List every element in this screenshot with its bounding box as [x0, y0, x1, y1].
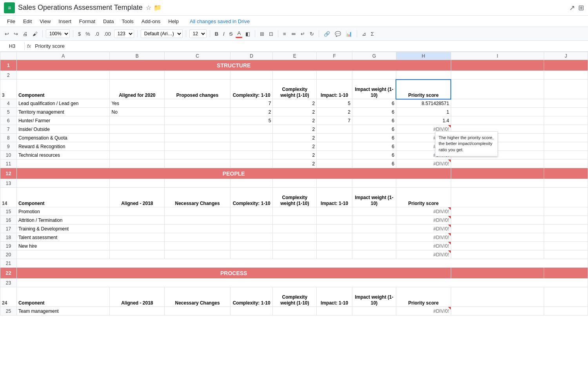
r17-component[interactable]: Training & Development — [16, 225, 110, 233]
r17-f[interactable] — [317, 225, 352, 233]
r19-g[interactable] — [352, 242, 396, 250]
zoom-select[interactable]: 100% — [46, 29, 70, 38]
r18-priority[interactable]: #DIV/0! — [396, 233, 451, 242]
r11-d[interactable] — [230, 160, 273, 168]
r19-component[interactable]: New hire — [16, 242, 110, 250]
r9-aligned[interactable] — [110, 142, 165, 151]
menu-file[interactable]: File — [4, 18, 18, 25]
r4-complexity[interactable]: 7 — [230, 99, 273, 108]
r5-aligned[interactable]: No — [110, 108, 165, 116]
filter-button[interactable]: ⊿ — [360, 30, 368, 38]
undo-button[interactable]: ↩ — [3, 30, 11, 38]
menu-tools[interactable]: Tools — [118, 18, 136, 25]
r8-complexity[interactable] — [230, 134, 273, 142]
r10-proposed[interactable] — [165, 151, 230, 160]
r9-proposed[interactable] — [165, 142, 230, 151]
menu-help[interactable]: Help — [165, 18, 182, 25]
grid-icon[interactable]: ⊞ — [578, 4, 584, 12]
r17-priority[interactable]: #DIV/0! — [396, 225, 451, 233]
bold-button[interactable]: B — [213, 30, 220, 38]
r10-cw[interactable]: 2 — [273, 151, 317, 160]
r16-priority[interactable]: #DIV/0! — [396, 216, 451, 225]
r9-complexity[interactable] — [230, 142, 273, 151]
r10-complexity[interactable] — [230, 151, 273, 160]
r15-c[interactable] — [165, 207, 230, 216]
r11-b[interactable] — [110, 160, 165, 168]
r11-priority[interactable]: #DIV/0! — [396, 160, 451, 168]
r15-component[interactable]: Promotion — [16, 207, 110, 216]
menu-data[interactable]: Data — [100, 18, 117, 25]
strikethrough-button[interactable]: S — [228, 30, 234, 38]
menu-addons[interactable]: Add-ons — [138, 18, 163, 25]
r25-c[interactable] — [165, 307, 230, 316]
r4-impact[interactable]: 5 — [317, 99, 352, 108]
r11-a[interactable] — [16, 160, 110, 168]
r7-proposed[interactable] — [165, 125, 230, 134]
chart-button[interactable]: 📊 — [344, 30, 354, 38]
r16-component[interactable]: Attrition / Termination — [16, 216, 110, 225]
r5-complexity[interactable]: 2 — [230, 108, 273, 116]
r4-priority[interactable]: 8.571428571 — [396, 99, 451, 108]
r8-iw[interactable]: 6 — [352, 134, 396, 142]
r6-proposed[interactable] — [165, 116, 230, 125]
r15-e[interactable] — [273, 207, 317, 216]
r6-priority[interactable]: 1.4 — [396, 116, 451, 125]
functions-button[interactable]: Σ — [369, 30, 376, 38]
r9-component[interactable]: Reward & Recognition — [16, 142, 110, 151]
r4-iw[interactable]: 6 — [352, 99, 396, 108]
r19-e[interactable] — [273, 242, 317, 250]
r5-component[interactable]: Territory management — [16, 108, 110, 116]
r17-b[interactable] — [110, 225, 165, 233]
r20-priority[interactable]: #DIV/0! — [396, 250, 451, 259]
rotate-button[interactable]: ↻ — [308, 30, 316, 38]
r17-d[interactable] — [230, 225, 273, 233]
folder-icon[interactable]: 📁 — [154, 4, 162, 11]
r16-e[interactable] — [273, 216, 317, 225]
r16-d[interactable] — [230, 216, 273, 225]
wrap-button[interactable]: ↵ — [299, 30, 307, 38]
borders-button[interactable]: ⊞ — [258, 30, 266, 38]
r7-iw[interactable]: 6 — [352, 125, 396, 134]
r11-f[interactable] — [317, 160, 352, 168]
r18-component[interactable]: Talent assessment — [16, 233, 110, 242]
merge-button[interactable]: ⊡ — [267, 30, 275, 38]
r8-aligned[interactable] — [110, 134, 165, 142]
r16-f[interactable] — [317, 216, 352, 225]
r7-component[interactable]: Inside/ Outside — [16, 125, 110, 134]
r20-g[interactable] — [352, 250, 396, 259]
halign-button[interactable]: ≡ — [281, 30, 288, 38]
r25-e[interactable] — [273, 307, 317, 316]
r17-c[interactable] — [165, 225, 230, 233]
trend-icon[interactable]: ↗ — [569, 4, 575, 12]
r10-impact[interactable] — [317, 151, 352, 160]
r18-c[interactable] — [165, 233, 230, 242]
menu-format[interactable]: Format — [76, 18, 98, 25]
valign-button[interactable]: ⩸ — [289, 30, 298, 38]
r18-f[interactable] — [317, 233, 352, 242]
r25-d[interactable] — [230, 307, 273, 316]
r4-component[interactable]: Lead qualification / Lead gen — [16, 99, 110, 108]
r18-d[interactable] — [230, 233, 273, 242]
r15-d[interactable] — [230, 207, 273, 216]
r16-b[interactable] — [110, 216, 165, 225]
r18-g[interactable] — [352, 233, 396, 242]
r16-g[interactable] — [352, 216, 396, 225]
font-size-select[interactable]: 12 — [189, 29, 207, 38]
format-select[interactable]: 123 — [114, 29, 134, 38]
formula-content[interactable]: Priority score — [35, 43, 586, 49]
r20-b[interactable] — [110, 250, 165, 259]
r25-f[interactable] — [317, 307, 352, 316]
spreadsheet[interactable]: A B C D E F G H I J 1 STRUCTURE — [0, 52, 588, 379]
r15-f[interactable] — [317, 207, 352, 216]
r11-iw[interactable]: 6 — [352, 160, 396, 168]
r18-e[interactable] — [273, 233, 317, 242]
redo-button[interactable]: ↪ — [12, 30, 20, 38]
r6-aligned[interactable] — [110, 116, 165, 125]
r17-g[interactable] — [352, 225, 396, 233]
r15-priority[interactable]: #DIV/0! — [396, 207, 451, 216]
print-button[interactable]: 🖨 — [21, 30, 29, 38]
r25-g[interactable] — [352, 307, 396, 316]
r15-b[interactable] — [110, 207, 165, 216]
r9-iw[interactable]: 6 — [352, 142, 396, 151]
r5-priority[interactable]: 1 — [396, 108, 451, 116]
